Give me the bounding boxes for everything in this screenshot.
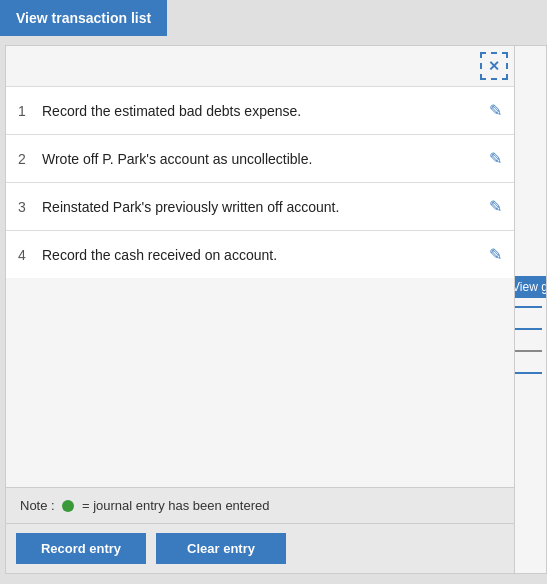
line-1 — [514, 306, 542, 308]
note-suffix: = journal entry has been entered — [82, 498, 270, 513]
item-number: 4 — [18, 247, 42, 263]
cred-label: View ge — [511, 276, 546, 298]
close-icon[interactable]: ✕ — [480, 52, 508, 80]
bottom-buttons: Record entry Clear entry — [6, 523, 514, 573]
table-row: 2Wrote off P. Park's account as uncollec… — [6, 135, 514, 183]
table-row: 3Reinstated Park's previously written of… — [6, 183, 514, 231]
table-row: 4Record the cash received on account.✎ — [6, 231, 514, 278]
edit-icon[interactable]: ✎ — [489, 245, 502, 264]
edit-icon[interactable]: ✎ — [489, 149, 502, 168]
line-2 — [514, 328, 542, 330]
top-bar: View transaction list — [0, 0, 167, 36]
transaction-list: 1Record the estimated bad debts expense.… — [6, 86, 514, 278]
edit-icon[interactable]: ✎ — [489, 101, 502, 120]
record-entry-button[interactable]: Record entry — [16, 533, 146, 564]
item-text: Wrote off P. Park's account as uncollect… — [42, 151, 481, 167]
green-dot-icon — [62, 500, 74, 512]
view-transaction-button[interactable]: View transaction list — [0, 0, 167, 36]
item-text: Reinstated Park's previously written off… — [42, 199, 481, 215]
clear-entry-button[interactable]: Clear entry — [156, 533, 286, 564]
item-text: Record the cash received on account. — [42, 247, 481, 263]
line-4 — [514, 372, 542, 374]
item-text: Record the estimated bad debts expense. — [42, 103, 481, 119]
right-panel-lines — [514, 306, 542, 374]
line-3 — [514, 350, 542, 352]
item-number: 3 — [18, 199, 42, 215]
note-bar: Note : = journal entry has been entered — [6, 487, 514, 523]
edit-icon[interactable]: ✎ — [489, 197, 502, 216]
main-panel: ✕ 1Record the estimated bad debts expens… — [5, 45, 515, 574]
right-panel: View ge — [511, 45, 547, 574]
note-prefix: Note : — [20, 498, 55, 513]
item-number: 1 — [18, 103, 42, 119]
item-number: 2 — [18, 151, 42, 167]
table-row: 1Record the estimated bad debts expense.… — [6, 87, 514, 135]
